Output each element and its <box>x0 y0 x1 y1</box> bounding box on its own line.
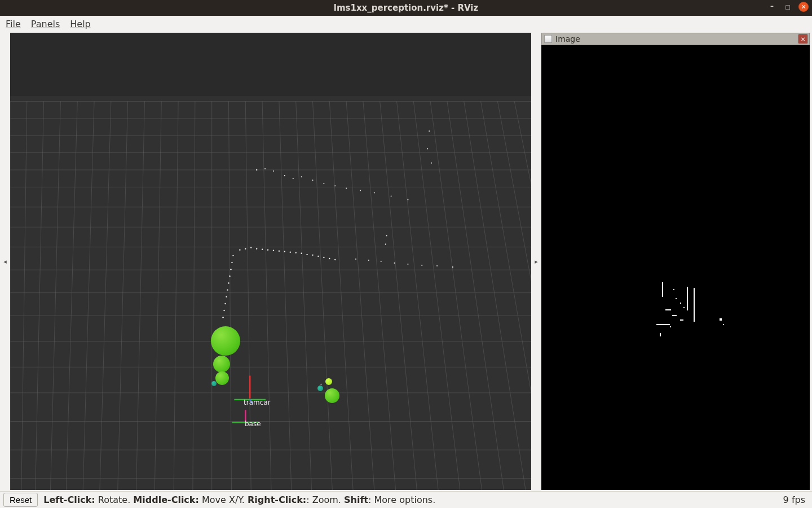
svg-point-62 <box>391 196 392 197</box>
svg-point-64 <box>427 148 428 150</box>
svg-line-38 <box>346 102 374 491</box>
hint-shift-label: Shift <box>344 494 368 505</box>
svg-point-93 <box>385 244 386 245</box>
svg-point-73 <box>273 250 274 251</box>
svg-point-104 <box>222 317 223 318</box>
svg-point-92 <box>452 266 453 268</box>
app-frame: File Panels Help ◂ <box>0 16 812 508</box>
splitter-left[interactable]: ◂ <box>2 33 8 490</box>
svg-point-80 <box>312 255 313 256</box>
hint-middle-label: Middle-Click: <box>133 494 199 505</box>
svg-line-20 <box>36 102 44 491</box>
hint-right-label: Right-Click: <box>248 494 306 505</box>
svg-point-58 <box>334 185 336 186</box>
svg-point-72 <box>267 249 268 251</box>
svg-line-39 <box>363 102 396 491</box>
status-hint: Left-Click: Rotate. Middle-Click: Move X… <box>43 494 435 505</box>
window-minimize-icon[interactable] <box>767 2 777 12</box>
svg-point-96 <box>231 262 232 263</box>
menu-panels-label: Panels <box>31 19 60 29</box>
svg-point-82 <box>323 257 324 258</box>
svg-point-67 <box>239 249 240 251</box>
image-panel-header[interactable]: Image × <box>541 33 810 45</box>
detection-blob <box>325 378 332 385</box>
fps-readout: 9 fps <box>783 494 809 505</box>
image-panel-title: Image <box>555 34 580 43</box>
svg-line-24 <box>100 102 111 491</box>
svg-point-63 <box>407 199 408 200</box>
svg-point-105 <box>320 384 321 385</box>
image-panel-body[interactable] <box>541 45 810 490</box>
svg-point-98 <box>229 275 230 277</box>
svg-point-60 <box>360 190 361 191</box>
svg-line-19 <box>21 102 27 491</box>
svg-point-61 <box>374 192 375 193</box>
frame-label-base: base <box>245 420 261 428</box>
reset-button[interactable]: Reset <box>3 493 38 507</box>
menubar: File Panels Help <box>0 16 812 32</box>
svg-point-85 <box>355 259 356 260</box>
detection-blob <box>213 356 230 373</box>
svg-point-69 <box>250 247 251 248</box>
svg-point-86 <box>368 260 369 261</box>
svg-point-51 <box>264 168 266 169</box>
svg-line-25 <box>118 102 128 491</box>
svg-line-26 <box>136 102 145 491</box>
svg-point-83 <box>329 258 330 259</box>
svg-point-81 <box>317 256 319 257</box>
window-controls <box>767 2 809 12</box>
svg-point-59 <box>346 187 347 189</box>
svg-point-84 <box>334 259 336 260</box>
svg-line-35 <box>296 102 312 491</box>
svg-line-37 <box>329 102 353 491</box>
splitter-right[interactable]: ▸ <box>533 33 539 490</box>
window-close-icon[interactable] <box>798 2 809 12</box>
svg-line-36 <box>313 102 333 491</box>
menu-help[interactable]: Help <box>70 19 90 29</box>
svg-line-41 <box>397 102 439 491</box>
3d-viewport[interactable]: tramcar base <box>10 33 531 490</box>
svg-point-56 <box>312 179 314 181</box>
svg-point-55 <box>301 176 302 177</box>
svg-point-70 <box>256 248 257 249</box>
detection-blob <box>215 371 229 385</box>
svg-point-99 <box>228 282 229 283</box>
svg-point-53 <box>284 175 285 176</box>
hint-left-label: Left-Click: <box>43 494 95 505</box>
svg-line-28 <box>174 102 178 491</box>
svg-point-90 <box>421 265 422 266</box>
svg-point-100 <box>227 289 228 290</box>
status-bar: Reset Left-Click: Rotate. Middle-Click: … <box>0 491 812 508</box>
svg-point-76 <box>290 252 291 253</box>
hint-shift-text: : More options. <box>368 494 435 505</box>
svg-point-57 <box>323 183 324 184</box>
svg-line-46 <box>481 102 531 491</box>
svg-point-54 <box>293 178 294 179</box>
svg-line-42 <box>413 102 460 491</box>
menu-file[interactable]: File <box>6 19 21 29</box>
menu-file-label: File <box>6 19 21 29</box>
svg-point-102 <box>224 303 226 304</box>
svg-line-34 <box>279 102 292 491</box>
svg-point-50 <box>256 169 257 170</box>
image-panel: Image × <box>541 33 810 490</box>
svg-line-40 <box>380 102 417 491</box>
svg-line-22 <box>66 102 77 491</box>
panel-close-icon[interactable]: × <box>798 34 807 43</box>
svg-point-77 <box>295 252 297 253</box>
svg-point-103 <box>223 310 224 311</box>
menu-panels[interactable]: Panels <box>31 19 60 29</box>
frame-label-tramcar: tramcar <box>244 398 271 406</box>
svg-point-95 <box>232 255 233 256</box>
svg-line-43 <box>430 102 482 491</box>
svg-point-66 <box>429 130 430 132</box>
window-maximize-icon[interactable] <box>783 2 793 12</box>
window-title: lms1xx_perception.rviz* - RViz <box>334 3 478 13</box>
svg-line-21 <box>51 102 61 491</box>
svg-point-88 <box>394 262 395 264</box>
svg-line-31 <box>228 102 231 491</box>
hint-right-text: : Zoom. <box>306 494 344 505</box>
svg-point-101 <box>226 296 227 297</box>
svg-line-29 <box>193 102 195 491</box>
svg-line-44 <box>447 102 504 491</box>
